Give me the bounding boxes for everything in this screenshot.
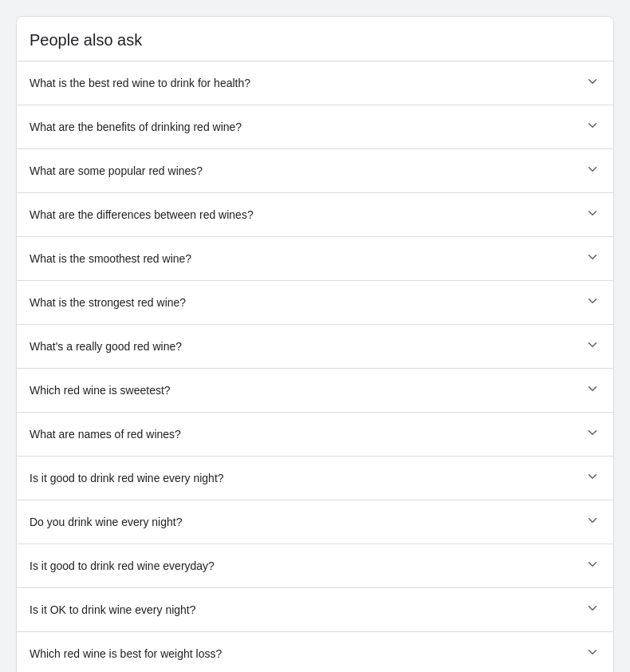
faq-question-text: Which red wine is sweetest?: [30, 384, 585, 397]
people-also-ask-widget: People also ask What is the best red win…: [16, 16, 614, 672]
faq-list: What is the best red wine to drink for h…: [17, 61, 613, 672]
faq-item[interactable]: Is it good to drink red wine every night…: [17, 457, 613, 500]
faq-item[interactable]: What is the strongest red wine?: [17, 281, 613, 325]
faq-question-text: What is the strongest red wine?: [30, 296, 585, 309]
faq-question-text: Is it good to drink red wine everyday?: [30, 559, 585, 572]
faq-question-text: What is the smoothest red wine?: [30, 252, 585, 265]
faq-item[interactable]: What are the benefits of drinking red wi…: [17, 105, 613, 149]
chevron-down-icon: [585, 425, 600, 443]
chevron-down-icon: [585, 74, 600, 92]
faq-item[interactable]: What is the smoothest red wine?: [17, 237, 613, 281]
faq-item[interactable]: Is it good to drink red wine everyday?: [17, 544, 613, 588]
faq-item[interactable]: Which red wine is best for weight loss?: [17, 632, 613, 672]
chevron-down-icon: [585, 513, 600, 531]
faq-question-text: Which red wine is best for weight loss?: [30, 647, 585, 660]
chevron-down-icon: [585, 338, 600, 355]
chevron-down-icon: [585, 162, 600, 180]
faq-item[interactable]: What are the differences between red win…: [17, 193, 613, 237]
faq-item[interactable]: What is the best red wine to drink for h…: [17, 61, 613, 105]
faq-question-text: What are the differences between red win…: [30, 208, 585, 221]
chevron-down-icon: [585, 250, 600, 267]
faq-question-text: Do you drink wine every night?: [30, 516, 585, 528]
chevron-down-icon: [585, 557, 600, 575]
faq-question-text: Is it OK to drink wine every night?: [30, 603, 585, 616]
chevron-down-icon: [585, 645, 600, 662]
chevron-down-icon: [585, 118, 600, 136]
faq-question-text: What is the best red wine to drink for h…: [30, 77, 585, 89]
faq-item[interactable]: What are names of red wines?: [17, 413, 613, 457]
faq-item[interactable]: What are some popular red wines?: [17, 149, 613, 193]
faq-item[interactable]: Which red wine is sweetest?: [17, 369, 613, 413]
widget-title: People also ask: [17, 17, 613, 61]
chevron-down-icon: [585, 206, 600, 223]
faq-item[interactable]: Do you drink wine every night?: [17, 500, 613, 544]
chevron-down-icon: [585, 294, 600, 311]
faq-item[interactable]: What's a really good red wine?: [17, 325, 613, 369]
faq-question-text: What's a really good red wine?: [30, 340, 585, 353]
faq-question-text: Is it good to drink red wine every night…: [30, 472, 585, 484]
chevron-down-icon: [585, 469, 600, 487]
chevron-down-icon: [585, 601, 600, 619]
faq-item[interactable]: Is it OK to drink wine every night?: [17, 588, 613, 632]
faq-question-text: What are the benefits of drinking red wi…: [30, 121, 585, 133]
faq-question-text: What are some popular red wines?: [30, 164, 585, 177]
faq-question-text: What are names of red wines?: [30, 428, 585, 441]
chevron-down-icon: [585, 381, 600, 399]
